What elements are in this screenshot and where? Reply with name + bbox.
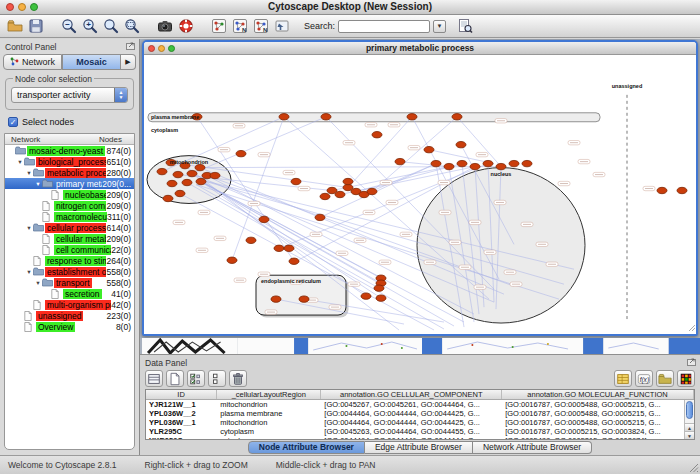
- table-row-ylr295c[interactable]: YLR295Ccytoplasm[GO:0045263, GO:0044464,…: [146, 427, 694, 436]
- node[interactable]: [431, 160, 441, 166]
- tree-row-unassigned[interactable]: unassigned223(0): [5, 310, 134, 321]
- zoom-selected-region-icon[interactable]: [121, 17, 142, 36]
- vizmapper-icon[interactable]: [271, 17, 292, 36]
- node[interactable]: [299, 296, 309, 302]
- close-button[interactable]: [6, 3, 14, 11]
- delete-attribute-icon[interactable]: [229, 370, 247, 387]
- node[interactable]: [182, 179, 192, 185]
- tree-row-macromolecule[interactable]: macromolecule311(0): [5, 211, 134, 222]
- attribute-batch-editor-icon[interactable]: [614, 370, 632, 387]
- node[interactable]: [456, 141, 466, 147]
- node[interactable]: [187, 170, 197, 176]
- tree-row-response-to-stimulu[interactable]: response to stimulu264(0): [5, 255, 134, 266]
- float-panel-icon[interactable]: [126, 42, 135, 52]
- search-input[interactable]: [338, 20, 430, 33]
- disclosure-triangle-icon[interactable]: ▼: [25, 225, 33, 231]
- tree-row-overview[interactable]: Overview8(0): [5, 321, 134, 332]
- column-header-cellularlayoutregion[interactable]: _cellularLayoutRegion: [217, 390, 321, 399]
- disclosure-triangle-icon[interactable]: ▼: [25, 170, 33, 176]
- zoom-fit-icon[interactable]: [100, 17, 121, 36]
- node[interactable]: [321, 114, 331, 120]
- node[interactable]: [236, 150, 246, 156]
- node[interactable]: [284, 245, 294, 251]
- tree-row-multi-organism-pro[interactable]: multi-organism pro42(0): [5, 299, 134, 310]
- node[interactable]: [457, 160, 467, 166]
- edge[interactable]: [232, 117, 284, 260]
- column-header-annotation-go-cellular-component[interactable]: annotation.GO CELLULAR_COMPONENT: [321, 390, 502, 399]
- open-network-icon[interactable]: [4, 17, 25, 36]
- node[interactable]: [227, 257, 237, 263]
- import-network-icon[interactable]: N: [229, 17, 250, 36]
- node[interactable]: [157, 168, 167, 174]
- edge[interactable]: [200, 167, 501, 168]
- node[interactable]: [210, 172, 220, 178]
- tab-network-attribute-browser[interactable]: Network Attribute Browser: [473, 441, 592, 454]
- tab-overflow-arrow-icon[interactable]: ▶: [121, 54, 136, 70]
- help-lifering-icon[interactable]: [175, 17, 196, 36]
- tab-edge-attribute-browser[interactable]: Edge Attribute Browser: [365, 441, 473, 454]
- node[interactable]: [173, 171, 183, 177]
- table-scrollbar[interactable]: ▲ ▼: [684, 400, 694, 439]
- tree-row-secretion[interactable]: secretion41(0): [5, 288, 134, 299]
- node[interactable]: [320, 193, 330, 199]
- net-close-button[interactable]: [148, 45, 155, 52]
- import-table-icon[interactable]: N: [250, 17, 271, 36]
- node[interactable]: [274, 245, 284, 251]
- node[interactable]: [496, 163, 506, 169]
- tree-row-nitrogen-compo[interactable]: nitrogen compo209(0): [5, 200, 134, 211]
- node[interactable]: [657, 187, 667, 193]
- node[interactable]: [196, 178, 206, 184]
- zoom-button[interactable]: [30, 3, 38, 11]
- node[interactable]: [259, 216, 269, 222]
- node[interactable]: [444, 163, 454, 169]
- network-canvas[interactable]: plasma membranecytoplasmmitochondrionnuc…: [144, 55, 696, 334]
- canvas-resize-grip-icon[interactable]: [689, 325, 695, 331]
- node[interactable]: [361, 293, 371, 299]
- function-builder-icon[interactable]: f(x): [635, 370, 653, 387]
- network-window-titlebar[interactable]: primary metabolic process: [144, 42, 696, 55]
- network-wizard-icon[interactable]: [208, 17, 229, 36]
- zoom-in-icon[interactable]: +: [79, 17, 100, 36]
- net-minimize-button[interactable]: [158, 45, 165, 52]
- node[interactable]: [452, 114, 462, 120]
- search-dropdown-arrow-icon[interactable]: ▼: [433, 20, 446, 33]
- select-attributes-icon[interactable]: [187, 370, 205, 387]
- select-nodes-checkbox[interactable]: ✓: [8, 117, 18, 127]
- node[interactable]: [175, 190, 185, 196]
- node[interactable]: [677, 187, 687, 193]
- tree-row-cellular-process[interactable]: ▼cellular process614(0): [5, 222, 134, 233]
- scroll-up-icon[interactable]: ▲: [685, 423, 694, 431]
- node[interactable]: [367, 188, 377, 194]
- import-attributes-icon[interactable]: [656, 370, 674, 387]
- node[interactable]: [343, 178, 353, 184]
- tree-row-metabolic-process[interactable]: ▼metabolic process280(0): [5, 167, 134, 178]
- node-color-dropdown[interactable]: transporter activity ▲▼: [11, 87, 128, 103]
- node[interactable]: [279, 114, 289, 120]
- node[interactable]: [289, 258, 299, 264]
- tree-row-mosaic-demo-yeast[interactable]: mosaic-demo-yeast874(0): [5, 145, 134, 156]
- tree-row-nucleobase[interactable]: nucleobase-209(0): [5, 189, 134, 200]
- node[interactable]: [522, 160, 532, 166]
- node[interactable]: [195, 164, 205, 170]
- tab-mosaic[interactable]: Mosaic: [62, 54, 121, 70]
- node[interactable]: [483, 160, 493, 166]
- node[interactable]: [167, 180, 177, 186]
- edge[interactable]: [348, 117, 412, 188]
- node[interactable]: [407, 114, 417, 120]
- node[interactable]: [372, 132, 382, 138]
- column-header-id[interactable]: ID: [146, 390, 217, 399]
- node[interactable]: [271, 296, 281, 302]
- node[interactable]: [470, 163, 480, 169]
- zoom-out-icon[interactable]: −: [58, 17, 79, 36]
- tree-row-biological-process[interactable]: ▼biological_process651(0): [5, 156, 134, 167]
- snapshot-camera-icon[interactable]: [154, 17, 175, 36]
- resize-grip-icon[interactable]: [689, 463, 699, 473]
- scrollbar-thumb[interactable]: [686, 401, 693, 419]
- edge[interactable]: [201, 182, 381, 284]
- tree-row-cellular-metabo[interactable]: cellular metabo209(0): [5, 233, 134, 244]
- data-panel-float-icon[interactable]: [687, 358, 696, 368]
- table-row-ykr052c[interactable]: YKR052Ccytoplasm[GO:0044464, GO:0044446,…: [146, 436, 694, 440]
- node[interactable]: [246, 237, 256, 243]
- new-attribute-icon[interactable]: [166, 370, 184, 387]
- node[interactable]: [395, 158, 405, 164]
